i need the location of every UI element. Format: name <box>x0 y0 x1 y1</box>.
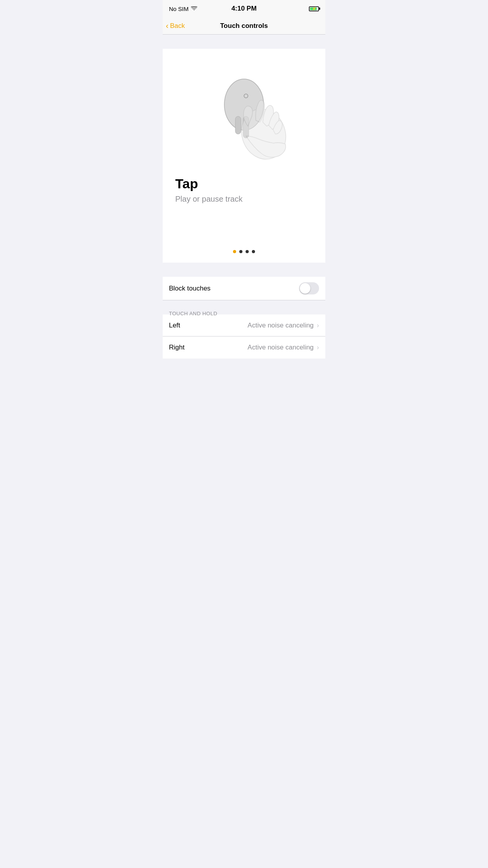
svg-rect-1 <box>235 116 241 134</box>
left-row[interactable]: Left Active noise canceling › <box>163 314 325 337</box>
gesture-info: Tap Play or pause track <box>172 176 246 204</box>
back-button[interactable]: ‹ Back <box>166 22 185 30</box>
left-row-right: Active noise canceling › <box>248 322 319 329</box>
dot-3[interactable] <box>246 250 249 253</box>
block-touches-label: Block touches <box>169 285 211 292</box>
dot-2[interactable] <box>239 250 242 253</box>
back-label[interactable]: Back <box>170 22 185 30</box>
toggle-knob <box>300 283 310 294</box>
right-row-right: Active noise canceling › <box>248 344 319 351</box>
bottom-gap <box>163 359 325 382</box>
headphone-illustration <box>197 61 291 164</box>
dots-indicator <box>163 237 325 263</box>
status-right: ⚡ <box>309 6 319 11</box>
battery-bolt: ⚡ <box>312 7 316 11</box>
right-label: Right <box>169 344 185 351</box>
status-time: 4:10 PM <box>231 5 257 13</box>
dot-4[interactable] <box>252 250 255 253</box>
battery-icon: ⚡ <box>309 6 319 11</box>
block-touches-toggle[interactable] <box>299 282 319 294</box>
block-touches-row: Block touches <box>163 277 325 300</box>
gesture-description: Play or pause track <box>175 195 242 204</box>
left-value: Active noise canceling <box>248 322 314 329</box>
right-value: Active noise canceling <box>248 344 314 351</box>
status-bar: No SIM 4:10 PM ⚡ <box>163 0 325 17</box>
back-chevron-icon: ‹ <box>166 22 169 29</box>
gesture-title: Tap <box>175 176 242 191</box>
section-header-text: TOUCH AND HOLD <box>169 311 217 316</box>
carrier-label: No SIM <box>169 6 189 12</box>
section-gap-middle <box>163 263 325 277</box>
page-title: Touch controls <box>220 22 268 30</box>
dot-1[interactable] <box>233 250 236 253</box>
illustration-container <box>172 61 316 164</box>
left-label: Left <box>169 322 180 329</box>
nav-bar: ‹ Back Touch controls <box>163 17 325 35</box>
carousel-section: Tap Play or pause track <box>163 49 325 237</box>
right-chevron-icon: › <box>317 344 319 351</box>
status-left: No SIM <box>169 6 197 12</box>
touch-and-hold-section: Left Active noise canceling › Right Acti… <box>163 314 325 359</box>
section-gap-top <box>163 35 325 49</box>
left-chevron-icon: › <box>317 322 319 329</box>
section-gap-before-hold: TOUCH AND HOLD <box>163 300 325 314</box>
wifi-icon <box>191 6 197 12</box>
right-row[interactable]: Right Active noise canceling › <box>163 337 325 359</box>
